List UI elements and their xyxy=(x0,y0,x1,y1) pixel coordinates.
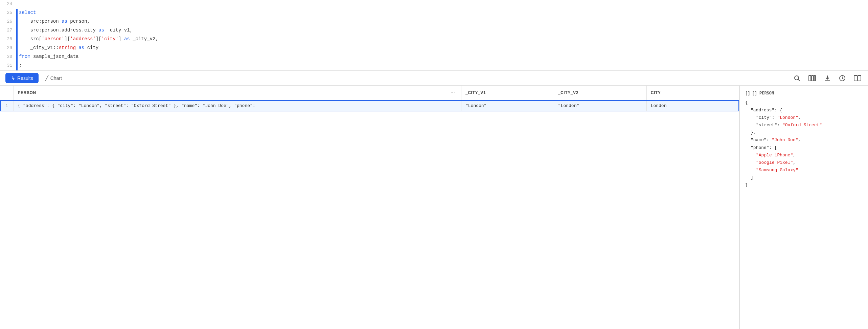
col-header-city-v1: _CITY_V1 xyxy=(461,86,554,100)
cell-person: { "address": { "city": "London", "street… xyxy=(14,100,461,111)
json-open-brace: { xyxy=(745,100,748,105)
code-token: select xyxy=(19,10,36,15)
table-container[interactable]: PERSON ··· _CITY_V1 _CITY_V2 CITY xyxy=(0,86,739,329)
cell-city-v1: "London" xyxy=(461,100,554,111)
line-content: src:person as person, xyxy=(18,18,868,25)
row-number: 1 xyxy=(0,100,14,111)
code-token: as xyxy=(124,36,130,42)
code-token: 'city' xyxy=(101,36,118,42)
results-button[interactable]: ↳ Results xyxy=(5,73,39,83)
code-token: person, xyxy=(67,19,90,24)
line-number: 31 xyxy=(0,62,16,69)
toolbar-right xyxy=(792,73,863,83)
history-button[interactable] xyxy=(838,73,847,83)
json-content: { "address": { "city": "London", "street… xyxy=(745,99,863,189)
cell-city: London xyxy=(646,100,739,111)
svg-rect-6 xyxy=(854,75,857,81)
col-header-person: PERSON ··· xyxy=(14,86,461,100)
svg-line-1 xyxy=(798,79,800,81)
code-token: ; xyxy=(19,63,22,68)
line-number: 28 xyxy=(0,35,16,43)
person-col-options[interactable]: ··· xyxy=(449,89,457,96)
search-icon xyxy=(794,75,800,82)
json-panel-header: [] [] PERSON xyxy=(745,91,863,96)
columns-button[interactable] xyxy=(807,73,817,83)
split-icon xyxy=(854,75,861,82)
line-number: 27 xyxy=(0,26,16,34)
chart-line-icon: ╱ xyxy=(45,75,48,81)
code-token: src[ xyxy=(19,36,42,42)
code-token: as xyxy=(98,27,104,33)
svg-rect-7 xyxy=(858,75,861,81)
code-token: 'address' xyxy=(70,36,96,42)
code-line-30: 30from sample_json_data xyxy=(0,53,868,62)
chart-button[interactable]: ╱ Chart xyxy=(41,73,66,83)
results-label: Results xyxy=(17,75,33,81)
line-content: from sample_json_data xyxy=(18,53,868,60)
json-address-key: "address": { xyxy=(745,107,863,114)
code-editor: 2425select26 src:person as person,27 src… xyxy=(0,0,868,71)
code-token: _city_v2, xyxy=(130,36,158,42)
arrow-icon: ↳ xyxy=(11,75,15,81)
code-token: ][ xyxy=(64,36,70,42)
download-icon xyxy=(824,75,831,82)
svg-rect-4 xyxy=(814,75,816,81)
line-number: 25 xyxy=(0,9,16,17)
json-phone-2: "Google Pixel", xyxy=(745,159,863,167)
line-content: ; xyxy=(18,62,868,69)
line-content: select xyxy=(18,9,868,16)
code-line-31: 31; xyxy=(0,62,868,70)
json-phone-1: "Apple iPhone", xyxy=(745,152,863,159)
split-button[interactable] xyxy=(852,73,863,83)
code-line-26: 26 src:person as person, xyxy=(0,18,868,26)
toolbar: ↳ Results ╱ Chart xyxy=(0,71,868,86)
toolbar-left: ↳ Results ╱ Chart xyxy=(5,73,66,83)
json-array-close: ] xyxy=(745,174,863,181)
code-token: as xyxy=(62,19,67,24)
col-header-city: CITY xyxy=(646,86,739,100)
code-token: src:person.address.city xyxy=(19,27,98,33)
code-line-24: 24 xyxy=(0,0,868,9)
results-area: PERSON ··· _CITY_V1 _CITY_V2 CITY xyxy=(0,86,868,329)
chart-label: Chart xyxy=(50,75,62,81)
json-phone-key: "phone": [ xyxy=(745,144,863,152)
code-token: src:person xyxy=(19,19,62,24)
code-token: _city_v1:: xyxy=(19,45,59,50)
code-line-27: 27 src:person.address.city as _city_v1, xyxy=(0,26,868,35)
line-number: 29 xyxy=(0,44,16,52)
columns-icon xyxy=(808,75,816,82)
download-button[interactable] xyxy=(823,73,832,83)
line-content: _city_v1::string as city xyxy=(18,44,868,51)
line-number: 24 xyxy=(0,0,16,8)
json-name-field: "name": "John Doe", xyxy=(745,136,863,144)
line-content: src['person']['address']['city'] as _cit… xyxy=(18,35,868,43)
code-token: 'person' xyxy=(42,36,64,42)
table-row[interactable]: 1{ "address": { "city": "London", "stree… xyxy=(0,100,739,111)
code-token: ][ xyxy=(96,36,101,42)
svg-rect-3 xyxy=(812,75,814,81)
results-table: PERSON ··· _CITY_V1 _CITY_V2 CITY xyxy=(0,86,739,111)
code-token: string xyxy=(59,45,76,50)
cell-city-v2: "London" xyxy=(554,100,646,111)
code-token: ] xyxy=(118,36,124,42)
json-city-field: "city": "London", xyxy=(745,114,863,122)
line-number: 30 xyxy=(0,53,16,61)
code-token: sample_json_data xyxy=(30,54,79,59)
code-line-28: 28 src['person']['address']['city'] as _… xyxy=(0,35,868,44)
code-token: _city_v1, xyxy=(104,27,133,33)
json-close-brace: } xyxy=(745,182,748,188)
code-line-25: 25select xyxy=(0,9,868,18)
history-icon xyxy=(839,75,846,82)
code-token: city xyxy=(84,45,98,50)
code-token: as xyxy=(78,45,84,50)
json-column-label: [] PERSON xyxy=(752,91,774,96)
col-header-city-v2: _CITY_V2 xyxy=(554,86,646,100)
svg-rect-2 xyxy=(809,75,811,81)
json-phone-3: "Samsung Galaxy" xyxy=(745,167,863,174)
json-address-close: }, xyxy=(745,129,863,136)
json-street-field: "street": "Oxford Street" xyxy=(745,122,863,129)
search-button[interactable] xyxy=(792,73,802,83)
bracket-icon: [] xyxy=(745,91,750,96)
col-header-rownum xyxy=(0,86,14,100)
json-panel: [] [] PERSON { "address": { "city": "Lon… xyxy=(739,86,868,329)
